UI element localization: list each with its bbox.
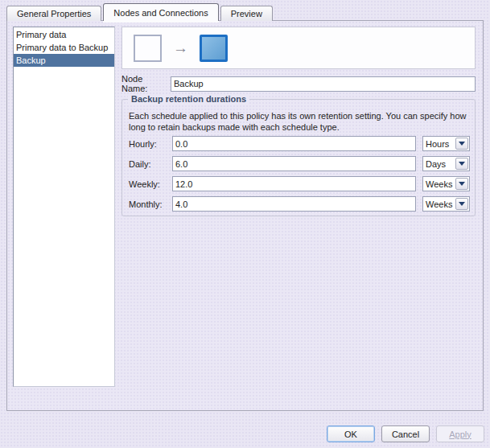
apply-button[interactable]: Apply (436, 425, 484, 442)
daily-unit-value: Days (423, 159, 455, 169)
node-name-label: Node Name: (121, 74, 171, 93)
cancel-button[interactable]: Cancel (381, 425, 430, 442)
dialog-buttons: OK Cancel Apply (327, 425, 484, 442)
node-list[interactable]: Primary data Primary data to Backup Back… (13, 27, 115, 387)
weekly-row: Weekly: Weeks (129, 176, 470, 191)
node-diagram: → (121, 27, 476, 69)
retention-description: Each schedule applied to this policy has… (129, 110, 470, 133)
daily-label: Daily: (129, 159, 172, 169)
monthly-label: Monthly: (129, 199, 172, 209)
node-name-row: Node Name: (121, 76, 476, 92)
weekly-unit-value: Weeks (423, 179, 455, 189)
daily-input[interactable] (172, 156, 416, 171)
hourly-unit-select[interactable]: Hours (422, 136, 470, 151)
tab-bar: General Properties Nodes and Connections… (6, 3, 274, 21)
hourly-label: Hourly: (129, 139, 172, 149)
monthly-input[interactable] (172, 196, 416, 212)
list-item-backup[interactable]: Backup (14, 54, 114, 67)
hourly-unit-value: Hours (423, 139, 455, 149)
chevron-down-icon[interactable] (455, 198, 468, 210)
list-item-primary-data[interactable]: Primary data (14, 28, 114, 41)
weekly-input[interactable] (172, 176, 416, 191)
daily-row: Daily: Days (129, 156, 470, 171)
group-title: Backup retention durations (128, 94, 249, 104)
backup-retention-group: Backup retention durations Each schedule… (121, 99, 476, 216)
tab-preview[interactable]: Preview (220, 6, 273, 21)
chevron-down-icon[interactable] (455, 158, 468, 170)
weekly-label: Weekly: (129, 179, 172, 189)
retention-rows: Hourly: Hours Daily: Days Weekly: (129, 136, 470, 216)
daily-unit-select[interactable]: Days (422, 156, 470, 171)
arrow-right-icon: → (173, 40, 188, 55)
source-node-icon (134, 35, 162, 62)
weekly-unit-select[interactable]: Weeks (422, 176, 470, 191)
node-name-input[interactable] (171, 76, 476, 92)
nodes-and-connections-panel: Primary data Primary data to Backup Back… (6, 20, 484, 411)
tab-nodes-and-connections[interactable]: Nodes and Connections (103, 3, 218, 21)
monthly-unit-select[interactable]: Weeks (422, 196, 470, 212)
tab-general-properties[interactable]: General Properties (6, 6, 101, 21)
backup-node-icon (200, 35, 228, 62)
ok-button[interactable]: OK (327, 425, 375, 442)
monthly-unit-value: Weeks (423, 199, 455, 209)
chevron-down-icon[interactable] (455, 138, 468, 150)
chevron-down-icon[interactable] (455, 178, 468, 190)
monthly-row: Monthly: Weeks (129, 196, 470, 212)
hourly-input[interactable] (172, 136, 416, 151)
hourly-row: Hourly: Hours (129, 136, 470, 151)
list-item-primary-data-to-backup[interactable]: Primary data to Backup (14, 41, 114, 54)
